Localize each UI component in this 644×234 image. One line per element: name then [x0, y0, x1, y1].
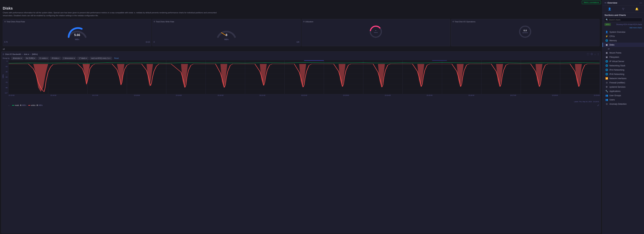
sidebar-tab-person-icon[interactable]: 👤	[606, 7, 613, 11]
chart-info-btn[interactable]: ⓘ	[590, 53, 593, 56]
svg-line-1	[221, 33, 226, 35]
sidebar-item-cpus-label: CPUs	[610, 35, 615, 38]
chart-plot-area[interactable]	[8, 60, 600, 94]
sidebar-top-icons: —	[640, 1, 642, 4]
labels-btn[interactable]: 17 labels ▾	[77, 57, 88, 60]
page-description: Charts with performance information for …	[3, 11, 217, 17]
waveform-svg	[9, 60, 600, 94]
legend-writes-color	[28, 105, 30, 105]
sidebar-item-anomaly-detection-label: Anomaly Detection	[610, 103, 627, 105]
y-axis-unit: MiB/s	[2, 74, 4, 78]
sidebar-item-system-overview[interactable]: 👤 System Overview	[602, 30, 644, 34]
x-label-8: 15:23:00	[343, 94, 349, 96]
sidebar-rect-icon: ▭	[604, 2, 606, 4]
chart-title-row: ⊙ Disk I/O Bandwidth • disk.io • [MiB/s]	[2, 53, 38, 55]
gauge-read-unit: MiB/s	[75, 39, 79, 40]
sidebar-item-disks-all-label: all	[608, 48, 610, 50]
reset-btn[interactable]: Reset	[113, 57, 120, 60]
sidebar-item-filesystem-label: Filesystem	[610, 56, 619, 58]
chart-title-sep1: •	[22, 53, 23, 55]
sidebar-tab-bell-icon[interactable]: 🔔	[634, 7, 640, 11]
page-title: Disks	[3, 6, 600, 11]
chart-resize-btn[interactable]: ⤢	[597, 104, 600, 107]
top-bar: Metric correlations	[0, 0, 602, 5]
ar-badge[interactable]: AR%	[604, 23, 611, 26]
sidebar-item-networking-stack[interactable]: 🌐 Networking Stack	[602, 63, 644, 68]
search-box[interactable]: 🔍	[604, 18, 642, 22]
user-groups-icon: 👥	[605, 94, 608, 97]
overview-label: ▭ Overview	[604, 2, 617, 4]
sidebar-item-mount-points-label: Mount Points	[610, 52, 621, 54]
sidebar-minus-icon[interactable]: —	[640, 1, 642, 4]
chart-more-btn[interactable]: ⋮	[597, 53, 600, 56]
x-axis-labels: 15:15:00 15:16:00 15:17:00 15:18:00 15:1…	[8, 94, 600, 96]
svg-text:0.0: 0.0	[524, 29, 527, 32]
chart-download-btn[interactable]: ↓	[594, 53, 596, 56]
dimensions-btn[interactable]: 2 dimensions ▾	[62, 57, 76, 60]
sidebar-item-systemd-label: systemd Services	[610, 86, 626, 88]
sidebar-item-filesystem[interactable]: ▣ Filesystem	[602, 55, 644, 59]
chart-container: ⊙ Disk I/O Bandwidth • disk.io • [MiB/s]…	[1, 51, 601, 233]
x-label-3: 15:18:00	[134, 94, 140, 96]
chart-fullscreen-btn[interactable]: ⛶	[586, 53, 590, 56]
sidebar-item-user-groups[interactable]: 👥 User Groups	[602, 93, 644, 97]
search-input[interactable]	[609, 19, 641, 21]
svg-marker-38	[220, 64, 227, 88]
sidebar-item-cpus[interactable]: ⚡ CPUs	[602, 34, 644, 38]
sidebar-item-firewall[interactable]: ⊙ Firewall (netfilter)	[602, 80, 644, 85]
sidebar-item-mount-points[interactable]: ▣ Mount Points	[602, 51, 644, 55]
legend-writes: writes 8 MiB/s	[28, 104, 42, 106]
x-label-1: 15:16:00	[50, 94, 56, 96]
gauge-read-rate-title: ⊙ Total Disks Read Rate	[4, 21, 25, 23]
metric-correlations-button[interactable]: Metric correlations	[582, 1, 601, 4]
sidebar-item-anomaly-detection[interactable]: ⊙ Anomaly Detection	[602, 102, 644, 106]
x-label-2: 15:17:00	[92, 94, 98, 96]
sidebar-item-ipv6[interactable]: 🌐 IPv6 Networking	[602, 72, 644, 76]
sidebar-item-ipv4[interactable]: 🌐 IPv4 Networking	[602, 68, 644, 72]
chart-wrapper: 0 -20 -39 -59 -78 -98 -117 MiB/s AR	[2, 60, 600, 101]
sidebar-item-applications-label: Applications	[610, 90, 620, 92]
legend-reads-value: 6	[20, 104, 21, 106]
y-label-5: -98	[2, 87, 8, 88]
svg-rect-31	[304, 60, 324, 61]
chart-icon: ⊙	[2, 53, 4, 55]
gauge-utilization-svg: - %ofime	[365, 24, 387, 38]
x-label-0: 15:15:00	[8, 94, 14, 96]
aggregation-btn[interactable]: the SUM() ▾	[24, 57, 37, 60]
sidebar-item-ipv6-label: IPv6 Networking	[610, 73, 624, 75]
search-icon: 🔍	[606, 19, 608, 21]
gauge-io-ops-svg: 0.0 operations	[514, 24, 536, 38]
x-label-4: 15:19:00	[176, 94, 182, 96]
gauge-utilization-title: ⊙ Utilization	[303, 21, 314, 23]
each-as-btn[interactable]: each as AVG() every 1s ▾	[90, 57, 112, 60]
sidebar-item-memory[interactable]: 🌐 Memory	[602, 38, 644, 43]
sidebar-item-applications[interactable]: 🔧 Applications	[602, 89, 644, 93]
add-charts-link[interactable]: Add more charts	[630, 27, 642, 29]
sidebar-item-disks-all[interactable]: all	[602, 47, 644, 51]
sidebar-item-disks[interactable]: ▣ Disks	[602, 43, 644, 47]
sidebar-item-network-interfaces-label: Network Interfaces	[610, 77, 626, 80]
nodes-btn[interactable]: 11 nodes ▾	[38, 57, 49, 60]
x-label-11: 15:26:00	[468, 94, 474, 96]
applications-icon: 🔧	[605, 90, 608, 92]
system-overview-icon: 👤	[605, 31, 608, 33]
svg-rect-32	[432, 60, 447, 61]
sidebar-item-ip-virtual-server[interactable]: 🌐 IP Virtual Server	[602, 59, 644, 63]
sidebar-item-systemd[interactable]: ⚙ systemd Services	[602, 85, 644, 89]
gauge-write-rate-title: ⊙ Total Disks Write Rate	[154, 21, 174, 23]
ipv6-icon: 🌐	[605, 73, 608, 75]
sidebar-item-system-overview-label: System Overview	[610, 31, 625, 33]
legend-writes-label: writes	[31, 104, 36, 106]
disks-btn[interactable]: 49 disks ▾	[50, 57, 61, 60]
gauge-write-rate-svg: 8	[216, 24, 238, 38]
sidebar-tab-filter-icon[interactable]: ▽	[621, 7, 626, 11]
systemd-icon: ⚙	[605, 86, 608, 88]
anomaly-detection-icon: ⊙	[605, 103, 608, 105]
sidebar-item-users[interactable]: 👥 Users	[602, 97, 644, 102]
gauge-icon-2: ⊙	[154, 21, 155, 23]
sidebar-item-network-interfaces[interactable]: 📶 Network Interfaces	[602, 76, 644, 80]
gauge-io-ops: ⊙ Total Disk I/O Operations 0.0 operatio…	[451, 19, 600, 46]
legend-reads-label: reads	[15, 104, 19, 106]
group-by-btn[interactable]: dimension ▾	[11, 57, 24, 60]
sidebar-top: ▭ Overview —	[602, 0, 644, 6]
